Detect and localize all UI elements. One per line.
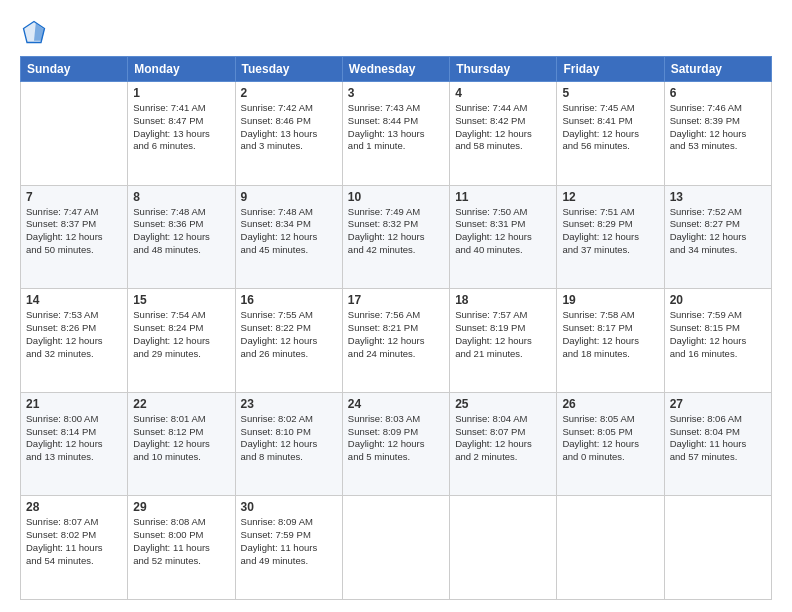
calendar-cell: 22Sunrise: 8:01 AMSunset: 8:12 PMDayligh… — [128, 392, 235, 496]
day-info: Sunrise: 7:55 AMSunset: 8:22 PMDaylight:… — [241, 309, 337, 360]
day-number: 5 — [562, 86, 658, 100]
day-number: 19 — [562, 293, 658, 307]
day-number: 25 — [455, 397, 551, 411]
day-number: 30 — [241, 500, 337, 514]
calendar-cell: 26Sunrise: 8:05 AMSunset: 8:05 PMDayligh… — [557, 392, 664, 496]
day-info: Sunrise: 7:58 AMSunset: 8:17 PMDaylight:… — [562, 309, 658, 360]
week-row-1: 1Sunrise: 7:41 AMSunset: 8:47 PMDaylight… — [21, 82, 772, 186]
day-number: 24 — [348, 397, 444, 411]
day-of-week-saturday: Saturday — [664, 57, 771, 82]
calendar-cell: 15Sunrise: 7:54 AMSunset: 8:24 PMDayligh… — [128, 289, 235, 393]
calendar-cell: 2Sunrise: 7:42 AMSunset: 8:46 PMDaylight… — [235, 82, 342, 186]
day-number: 9 — [241, 190, 337, 204]
calendar-cell: 19Sunrise: 7:58 AMSunset: 8:17 PMDayligh… — [557, 289, 664, 393]
calendar-cell: 12Sunrise: 7:51 AMSunset: 8:29 PMDayligh… — [557, 185, 664, 289]
day-number: 29 — [133, 500, 229, 514]
day-info: Sunrise: 7:48 AMSunset: 8:34 PMDaylight:… — [241, 206, 337, 257]
calendar-cell: 9Sunrise: 7:48 AMSunset: 8:34 PMDaylight… — [235, 185, 342, 289]
calendar-cell: 17Sunrise: 7:56 AMSunset: 8:21 PMDayligh… — [342, 289, 449, 393]
day-number: 17 — [348, 293, 444, 307]
day-info: Sunrise: 8:01 AMSunset: 8:12 PMDaylight:… — [133, 413, 229, 464]
calendar-cell: 20Sunrise: 7:59 AMSunset: 8:15 PMDayligh… — [664, 289, 771, 393]
day-number: 6 — [670, 86, 766, 100]
day-number: 11 — [455, 190, 551, 204]
day-number: 7 — [26, 190, 122, 204]
day-info: Sunrise: 7:51 AMSunset: 8:29 PMDaylight:… — [562, 206, 658, 257]
day-info: Sunrise: 7:53 AMSunset: 8:26 PMDaylight:… — [26, 309, 122, 360]
calendar-cell: 8Sunrise: 7:48 AMSunset: 8:36 PMDaylight… — [128, 185, 235, 289]
calendar: SundayMondayTuesdayWednesdayThursdayFrid… — [20, 56, 772, 600]
calendar-cell: 29Sunrise: 8:08 AMSunset: 8:00 PMDayligh… — [128, 496, 235, 600]
day-of-week-monday: Monday — [128, 57, 235, 82]
day-number: 3 — [348, 86, 444, 100]
day-number: 26 — [562, 397, 658, 411]
day-info: Sunrise: 8:05 AMSunset: 8:05 PMDaylight:… — [562, 413, 658, 464]
day-number: 1 — [133, 86, 229, 100]
week-row-4: 21Sunrise: 8:00 AMSunset: 8:14 PMDayligh… — [21, 392, 772, 496]
calendar-cell: 16Sunrise: 7:55 AMSunset: 8:22 PMDayligh… — [235, 289, 342, 393]
logo-icon — [20, 18, 48, 46]
day-info: Sunrise: 8:08 AMSunset: 8:00 PMDaylight:… — [133, 516, 229, 567]
day-info: Sunrise: 8:07 AMSunset: 8:02 PMDaylight:… — [26, 516, 122, 567]
calendar-header: SundayMondayTuesdayWednesdayThursdayFrid… — [21, 57, 772, 82]
day-number: 14 — [26, 293, 122, 307]
calendar-cell: 10Sunrise: 7:49 AMSunset: 8:32 PMDayligh… — [342, 185, 449, 289]
day-of-week-thursday: Thursday — [450, 57, 557, 82]
day-of-week-tuesday: Tuesday — [235, 57, 342, 82]
calendar-cell — [21, 82, 128, 186]
calendar-cell: 7Sunrise: 7:47 AMSunset: 8:37 PMDaylight… — [21, 185, 128, 289]
day-number: 27 — [670, 397, 766, 411]
calendar-cell: 14Sunrise: 7:53 AMSunset: 8:26 PMDayligh… — [21, 289, 128, 393]
calendar-cell: 11Sunrise: 7:50 AMSunset: 8:31 PMDayligh… — [450, 185, 557, 289]
day-info: Sunrise: 7:54 AMSunset: 8:24 PMDaylight:… — [133, 309, 229, 360]
day-number: 22 — [133, 397, 229, 411]
calendar-cell: 30Sunrise: 8:09 AMSunset: 7:59 PMDayligh… — [235, 496, 342, 600]
calendar-cell: 1Sunrise: 7:41 AMSunset: 8:47 PMDaylight… — [128, 82, 235, 186]
calendar-cell: 3Sunrise: 7:43 AMSunset: 8:44 PMDaylight… — [342, 82, 449, 186]
calendar-cell: 4Sunrise: 7:44 AMSunset: 8:42 PMDaylight… — [450, 82, 557, 186]
day-info: Sunrise: 7:47 AMSunset: 8:37 PMDaylight:… — [26, 206, 122, 257]
day-number: 4 — [455, 86, 551, 100]
day-number: 12 — [562, 190, 658, 204]
day-info: Sunrise: 7:48 AMSunset: 8:36 PMDaylight:… — [133, 206, 229, 257]
calendar-cell: 5Sunrise: 7:45 AMSunset: 8:41 PMDaylight… — [557, 82, 664, 186]
day-info: Sunrise: 8:09 AMSunset: 7:59 PMDaylight:… — [241, 516, 337, 567]
day-number: 21 — [26, 397, 122, 411]
day-of-week-friday: Friday — [557, 57, 664, 82]
day-info: Sunrise: 7:59 AMSunset: 8:15 PMDaylight:… — [670, 309, 766, 360]
day-info: Sunrise: 7:41 AMSunset: 8:47 PMDaylight:… — [133, 102, 229, 153]
calendar-body: 1Sunrise: 7:41 AMSunset: 8:47 PMDaylight… — [21, 82, 772, 600]
day-number: 10 — [348, 190, 444, 204]
day-number: 23 — [241, 397, 337, 411]
calendar-cell: 25Sunrise: 8:04 AMSunset: 8:07 PMDayligh… — [450, 392, 557, 496]
logo — [20, 18, 52, 46]
calendar-cell — [342, 496, 449, 600]
week-row-5: 28Sunrise: 8:07 AMSunset: 8:02 PMDayligh… — [21, 496, 772, 600]
calendar-cell: 27Sunrise: 8:06 AMSunset: 8:04 PMDayligh… — [664, 392, 771, 496]
day-info: Sunrise: 8:00 AMSunset: 8:14 PMDaylight:… — [26, 413, 122, 464]
day-info: Sunrise: 8:06 AMSunset: 8:04 PMDaylight:… — [670, 413, 766, 464]
calendar-cell: 28Sunrise: 8:07 AMSunset: 8:02 PMDayligh… — [21, 496, 128, 600]
day-of-week-wednesday: Wednesday — [342, 57, 449, 82]
calendar-cell: 21Sunrise: 8:00 AMSunset: 8:14 PMDayligh… — [21, 392, 128, 496]
day-info: Sunrise: 7:50 AMSunset: 8:31 PMDaylight:… — [455, 206, 551, 257]
page-header — [20, 18, 772, 46]
day-info: Sunrise: 7:52 AMSunset: 8:27 PMDaylight:… — [670, 206, 766, 257]
day-info: Sunrise: 8:02 AMSunset: 8:10 PMDaylight:… — [241, 413, 337, 464]
day-number: 16 — [241, 293, 337, 307]
calendar-cell — [557, 496, 664, 600]
day-info: Sunrise: 8:04 AMSunset: 8:07 PMDaylight:… — [455, 413, 551, 464]
calendar-cell: 6Sunrise: 7:46 AMSunset: 8:39 PMDaylight… — [664, 82, 771, 186]
header-row: SundayMondayTuesdayWednesdayThursdayFrid… — [21, 57, 772, 82]
calendar-cell: 18Sunrise: 7:57 AMSunset: 8:19 PMDayligh… — [450, 289, 557, 393]
day-of-week-sunday: Sunday — [21, 57, 128, 82]
day-info: Sunrise: 7:45 AMSunset: 8:41 PMDaylight:… — [562, 102, 658, 153]
day-info: Sunrise: 7:56 AMSunset: 8:21 PMDaylight:… — [348, 309, 444, 360]
day-info: Sunrise: 7:42 AMSunset: 8:46 PMDaylight:… — [241, 102, 337, 153]
day-info: Sunrise: 7:44 AMSunset: 8:42 PMDaylight:… — [455, 102, 551, 153]
day-number: 2 — [241, 86, 337, 100]
day-number: 18 — [455, 293, 551, 307]
calendar-cell — [664, 496, 771, 600]
calendar-cell: 13Sunrise: 7:52 AMSunset: 8:27 PMDayligh… — [664, 185, 771, 289]
day-info: Sunrise: 7:43 AMSunset: 8:44 PMDaylight:… — [348, 102, 444, 153]
